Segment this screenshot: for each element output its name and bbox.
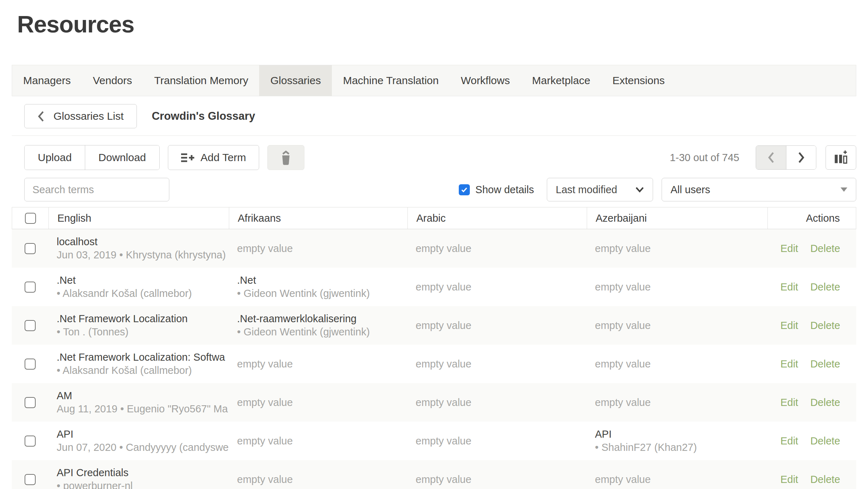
delete-link[interactable]: Delete [810, 397, 840, 408]
row-checkbox[interactable] [25, 359, 36, 370]
delete-selected-button[interactable] [267, 145, 304, 170]
upload-button[interactable]: Upload [25, 145, 85, 170]
term-cell-english: .Net Framework Localization• Ton . (Tonn… [48, 306, 228, 345]
term-meta: • Alaksandr Košal (callmebor) [57, 287, 228, 300]
edit-link[interactable]: Edit [780, 397, 798, 408]
edit-link[interactable]: Edit [780, 474, 798, 485]
add-term-button[interactable]: Add Term [168, 145, 260, 170]
delete-link[interactable]: Delete [810, 435, 840, 447]
manage-columns-button[interactable] [826, 145, 856, 170]
edit-link[interactable]: Edit [780, 320, 798, 331]
term-table-body: localhostJun 03, 2019 • Khrystyna (khrys… [12, 229, 856, 489]
next-page-button[interactable] [786, 146, 816, 169]
tab-translation-memory[interactable]: Translation Memory [143, 65, 260, 96]
row-checkbox[interactable] [25, 474, 36, 485]
column-header-actions: Actions [767, 207, 856, 229]
table-header-row: English Afrikaans Arabic Azerbaijani Act… [12, 207, 856, 229]
term-cell-azerbaijani: empty value [586, 460, 767, 489]
tab-workflows[interactable]: Workflows [450, 65, 521, 96]
delete-link[interactable]: Delete [810, 358, 840, 370]
term-cell-afrikaans: empty value [228, 422, 407, 460]
sort-select-value: Last modified [556, 184, 617, 196]
empty-value: empty value [595, 460, 767, 489]
term-cell-azerbaijani: empty value [586, 345, 767, 383]
sort-select[interactable]: Last modified [547, 178, 653, 201]
glossaries-list-back-button[interactable]: Glossaries List [24, 104, 137, 128]
filter-bar: Show details Last modified All users [12, 178, 856, 201]
term-cell-afrikaans: .Net-raamwerklokalisering• Gideon Wentin… [228, 306, 407, 345]
empty-value: empty value [416, 306, 586, 345]
column-header-arabic: Arabic [407, 207, 587, 229]
row-select-cell [12, 460, 48, 489]
term-cell-arabic: empty value [407, 345, 586, 383]
tab-marketplace[interactable]: Marketplace [521, 65, 601, 96]
empty-value: empty value [237, 345, 407, 383]
edit-link[interactable]: Edit [780, 281, 798, 293]
checkbox-checked-icon [459, 184, 470, 195]
select-all-cell [12, 207, 48, 229]
column-header-afrikaans: Afrikaans [229, 207, 407, 229]
trash-icon [278, 149, 293, 166]
row-checkbox[interactable] [25, 282, 36, 293]
empty-value: empty value [595, 345, 767, 383]
download-button[interactable]: Download [85, 145, 159, 170]
glossary-table: English Afrikaans Arabic Azerbaijani Act… [12, 207, 856, 489]
edit-link[interactable]: Edit [780, 243, 798, 254]
delete-link[interactable]: Delete [810, 320, 840, 331]
tab-machine-translation[interactable]: Machine Translation [332, 65, 450, 96]
term-cell-afrikaans: empty value [228, 229, 407, 268]
term-cell-english: .Net Framework Localization: Softwa• Ala… [48, 345, 228, 383]
empty-value: empty value [595, 383, 767, 422]
delete-link[interactable]: Delete [810, 474, 840, 485]
term-text: .Net Framework Localization [57, 312, 228, 325]
row-actions-cell: EditDelete [767, 306, 856, 345]
row-checkbox[interactable] [25, 397, 36, 408]
chevron-left-icon [37, 110, 44, 122]
users-select[interactable]: All users [662, 178, 856, 201]
tab-vendors[interactable]: Vendors [82, 65, 143, 96]
term-cell-azerbaijani: empty value [586, 383, 767, 422]
select-all-checkbox[interactable] [25, 213, 36, 224]
row-actions-cell: EditDelete [767, 268, 856, 306]
empty-value: empty value [416, 383, 586, 422]
empty-value: empty value [416, 229, 586, 268]
empty-value: empty value [237, 460, 407, 489]
prev-page-button[interactable] [756, 146, 786, 169]
row-checkbox[interactable] [25, 243, 36, 254]
term-text: .Net-raamwerklokalisering [237, 312, 407, 325]
breadcrumb-current: Crowdin's Glossary [152, 110, 255, 123]
edit-link[interactable]: Edit [780, 358, 798, 370]
table-row: .Net Framework Localization: Softwa• Ala… [12, 345, 856, 383]
term-cell-afrikaans: .Net• Gideon Wentink (gjwentink) [228, 268, 407, 306]
row-checkbox[interactable] [25, 436, 36, 447]
table-row: .Net Framework Localization• Ton . (Tonn… [12, 306, 856, 345]
empty-value: empty value [416, 268, 586, 306]
term-text: .Net Framework Localization: Softwa [57, 351, 228, 364]
term-cell-english: AMAug 11, 2019 • Eugenio "Ryo567" Ma [48, 383, 228, 422]
tab-managers[interactable]: Managers [12, 65, 82, 96]
tab-glossaries[interactable]: Glossaries [259, 65, 332, 96]
chevron-left-icon [767, 151, 775, 164]
show-details-toggle[interactable]: Show details [459, 184, 534, 196]
delete-link[interactable]: Delete [810, 281, 840, 293]
delete-link[interactable]: Delete [810, 243, 840, 254]
term-text: localhost [57, 235, 228, 248]
toolbar: Upload Download Add Term 1-30 out of 745 [12, 145, 856, 170]
breadcrumb: Glossaries List Crowdin's Glossary [12, 104, 856, 128]
edit-link[interactable]: Edit [780, 435, 798, 447]
row-select-cell [12, 229, 48, 268]
term-cell-azerbaijani: empty value [586, 229, 767, 268]
term-cell-arabic: empty value [407, 383, 586, 422]
row-checkbox[interactable] [25, 320, 36, 331]
row-actions-cell: EditDelete [767, 460, 856, 489]
term-cell-english: .Net• Alaksandr Košal (callmebor) [48, 268, 228, 306]
term-text: .Net [237, 274, 407, 287]
row-actions-cell: EditDelete [767, 229, 856, 268]
table-row: AMAug 11, 2019 • Eugenio "Ryo567" Maempt… [12, 383, 856, 422]
search-input[interactable] [24, 178, 169, 201]
chevron-down-icon [635, 187, 644, 192]
tab-extensions[interactable]: Extensions [601, 65, 676, 96]
empty-value: empty value [416, 422, 586, 460]
term-meta: Jun 03, 2019 • Khrystyna (khrystyna) [57, 248, 228, 262]
term-cell-english: localhostJun 03, 2019 • Khrystyna (khrys… [48, 229, 228, 268]
